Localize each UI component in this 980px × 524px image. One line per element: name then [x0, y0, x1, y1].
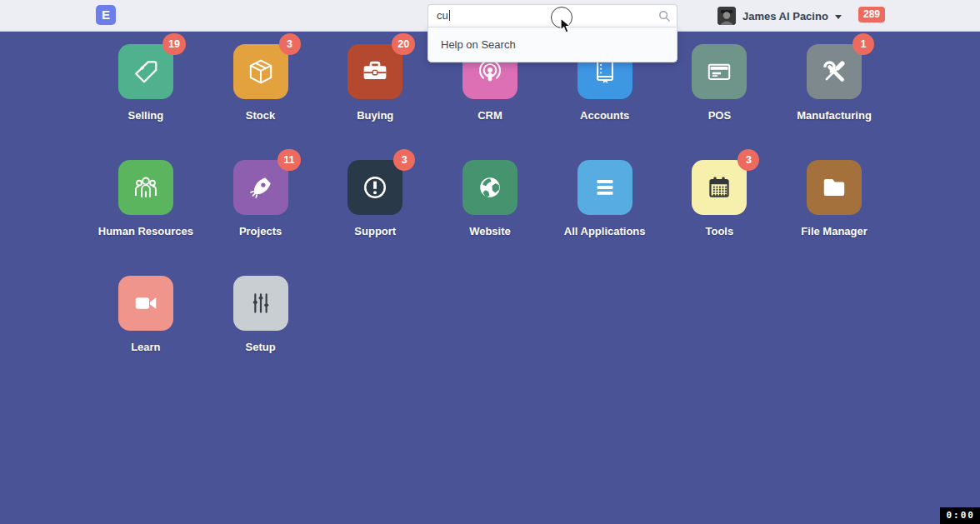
- desktop-app-grid: 19 Selling 3 Stock 20 Buying CRM: [88, 44, 892, 392]
- app-item-pos[interactable]: POS: [662, 44, 778, 122]
- user-menu[interactable]: James Al Pacino: [718, 0, 842, 32]
- app-item-manufacturing[interactable]: 1 Manufacturing: [777, 44, 892, 122]
- app-item-all-applications[interactable]: All Applications: [548, 160, 662, 237]
- app-label: Stock: [246, 109, 275, 122]
- app-label: Learn: [131, 341, 160, 353]
- search-input[interactable]: cu: [428, 4, 678, 27]
- recording-timer: 0:00: [940, 507, 980, 524]
- app-badge: 3: [393, 149, 415, 171]
- app-tile-manufacturing[interactable]: 1: [807, 44, 862, 99]
- app-label: Support: [354, 225, 396, 237]
- video-camera-icon: [129, 287, 162, 320]
- app-tile-human-resources[interactable]: [118, 160, 173, 215]
- app-item-projects[interactable]: 11 Projects: [203, 160, 318, 237]
- notification-count-badge[interactable]: 289: [858, 7, 885, 22]
- wrench-screwdriver-icon: [818, 55, 851, 88]
- folder-icon: [818, 171, 851, 204]
- app-tile-pos[interactable]: [692, 44, 747, 99]
- tag-icon: [129, 55, 162, 88]
- app-tile-projects[interactable]: 11: [233, 160, 288, 215]
- app-label: Selling: [128, 109, 164, 122]
- app-item-setup[interactable]: Setup: [203, 276, 318, 353]
- app-label: Setup: [245, 341, 275, 353]
- app-item-tools[interactable]: 3 Tools: [662, 160, 778, 237]
- app-label: Accounts: [580, 109, 629, 122]
- app-item-support[interactable]: 3 Support: [318, 160, 432, 237]
- search-dropdown: Help on Search: [428, 27, 678, 62]
- app-label: Website: [469, 225, 511, 237]
- app-label: Projects: [239, 225, 282, 237]
- app-tile-buying[interactable]: 20: [348, 44, 402, 99]
- sliders-icon: [244, 287, 278, 320]
- search-icon[interactable]: [658, 10, 671, 22]
- app-label: File Manager: [801, 225, 867, 237]
- alert-circle-icon: [358, 171, 392, 204]
- people-icon: [129, 171, 162, 204]
- app-badge: 1: [852, 33, 874, 55]
- app-item-human-resources[interactable]: Human Resources: [88, 160, 203, 237]
- app-tile-setup[interactable]: [233, 276, 288, 331]
- app-label: Buying: [357, 109, 393, 122]
- app-item-website[interactable]: Website: [432, 160, 548, 237]
- app-item-buying[interactable]: 20 Buying: [318, 44, 432, 122]
- app-label: All Applications: [564, 225, 646, 237]
- app-tile-all-applications[interactable]: [578, 160, 632, 215]
- app-label: Tools: [706, 225, 734, 237]
- app-tile-tools[interactable]: 3: [692, 160, 747, 215]
- app-badge: 3: [738, 149, 759, 171]
- app-badge: 19: [162, 33, 186, 55]
- app-badge: 11: [278, 149, 300, 171]
- app-tile-learn[interactable]: [118, 276, 173, 331]
- app-label: CRM: [478, 109, 502, 122]
- globe-icon: [473, 171, 507, 204]
- app-item-stock[interactable]: 3 Stock: [203, 44, 318, 122]
- navbar: E cu Help on Search James Al Pacino 289: [0, 0, 980, 32]
- app-badge: 3: [279, 33, 301, 55]
- app-tile-file-manager[interactable]: [807, 160, 862, 215]
- app-item-selling[interactable]: 19 Selling: [88, 44, 203, 122]
- app-tile-support[interactable]: 3: [348, 160, 402, 215]
- menu-icon: [588, 171, 622, 204]
- text-cursor: [449, 10, 450, 21]
- app-label: Manufacturing: [797, 109, 872, 122]
- briefcase-icon: [358, 55, 392, 88]
- help-on-search-item[interactable]: Help on Search: [428, 27, 677, 62]
- app-item-file-manager[interactable]: File Manager: [777, 160, 892, 237]
- app-tile-stock[interactable]: 3: [233, 44, 288, 99]
- app-badge: 20: [392, 33, 415, 55]
- avatar: [718, 7, 736, 25]
- chevron-down-icon: [835, 15, 842, 19]
- search-input-value: cu: [437, 9, 448, 22]
- app-logo[interactable]: E: [96, 5, 116, 25]
- app-tile-selling[interactable]: 19: [118, 44, 173, 99]
- global-search: cu Help on Search: [428, 4, 678, 27]
- user-name: James Al Pacino: [742, 10, 828, 22]
- rocket-icon: [244, 171, 278, 204]
- card-icon: [702, 55, 736, 88]
- app-item-learn[interactable]: Learn: [88, 276, 203, 353]
- app-label: Human Resources: [98, 225, 193, 237]
- app-label: POS: [708, 109, 731, 122]
- box-icon: [244, 55, 278, 88]
- calendar-icon: [702, 171, 736, 204]
- app-tile-website[interactable]: [462, 160, 518, 215]
